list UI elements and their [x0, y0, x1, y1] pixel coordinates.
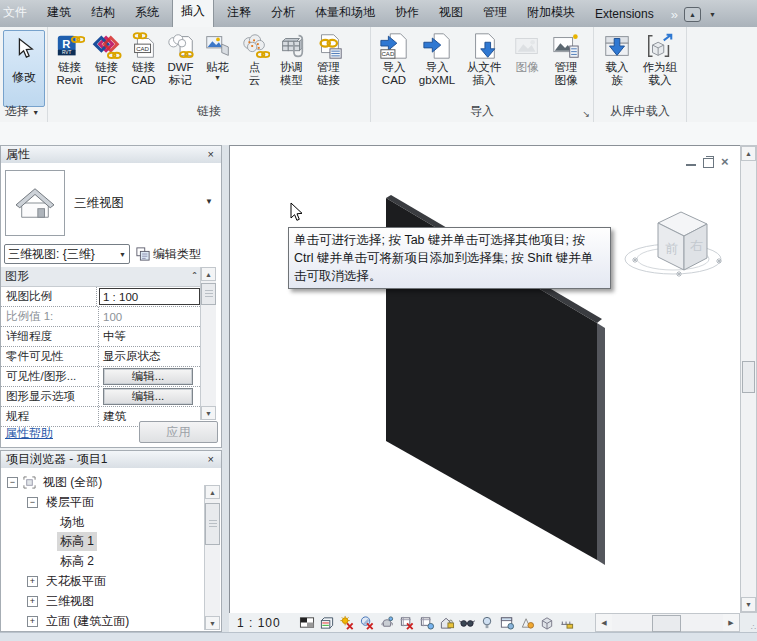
dialog-launcher-icon[interactable]: ↘: [582, 109, 590, 119]
analytical-model-icon[interactable]: [519, 615, 536, 630]
link-revit-button[interactable]: R RVT 链接 Revit: [51, 29, 88, 103]
displacement-sets-icon[interactable]: [539, 615, 556, 630]
detail-level-value[interactable]: 中等: [99, 329, 200, 344]
section-header-graphics[interactable]: 图形 ˆ: [1, 267, 200, 287]
scrollbar-thumb[interactable]: [205, 503, 220, 545]
tab-massing-site[interactable]: 体量和场地: [308, 0, 382, 27]
resize-grip[interactable]: ∴: [740, 613, 757, 634]
scroll-right-icon[interactable]: ▶: [723, 614, 739, 631]
viewcube[interactable]: 前 右: [625, 212, 722, 277]
crop-region-icon[interactable]: [419, 615, 436, 630]
manage-images-button[interactable]: 管理 图像: [546, 29, 586, 103]
ribbon-minimize-dropdown-icon[interactable]: ▼: [709, 11, 716, 18]
manage-links-button[interactable]: 管理 链接: [310, 29, 347, 103]
close-icon[interactable]: ×: [206, 454, 216, 465]
close-icon[interactable]: ×: [206, 149, 216, 160]
dwf-markup-button[interactable]: DWF 标记: [162, 29, 199, 103]
tab-overflow-icon[interactable]: »: [671, 7, 676, 22]
load-family-button[interactable]: 载入 族: [597, 29, 637, 103]
tab-insert[interactable]: 插入: [172, 0, 214, 27]
ribbon-minimize-button[interactable]: ▲: [684, 7, 701, 22]
scrollbar-thumb[interactable]: [201, 283, 216, 305]
tab-view[interactable]: 视图: [432, 0, 470, 27]
crop-view-icon[interactable]: [399, 615, 416, 630]
properties-title-bar[interactable]: 属性 ×: [1, 146, 221, 164]
scroll-up-icon[interactable]: ▲: [741, 146, 756, 161]
view-scale-button[interactable]: 1 : 100: [237, 616, 299, 630]
edit-type-button[interactable]: 编辑类型: [136, 246, 201, 263]
drawing-area[interactable]: 前 右 × 单击可进行选择; 按 Tab 键并单击可选择其他项目; 按 Ctrl…: [229, 145, 740, 613]
parts-visibility-value[interactable]: 显示原状态: [99, 349, 200, 364]
vertical-scrollbar[interactable]: ▲ ▼: [740, 145, 757, 613]
viewcube-front-face-label[interactable]: 前: [665, 241, 678, 256]
type-preview[interactable]: [5, 170, 65, 236]
insert-from-file-button[interactable]: 从文件 插入: [460, 29, 508, 103]
scroll-up-icon[interactable]: ▲: [201, 267, 216, 281]
coordination-model-button[interactable]: 协调 模型: [273, 29, 310, 103]
reveal-hidden-elements-icon[interactable]: [479, 615, 496, 630]
tab-annotate[interactable]: 注释: [220, 0, 258, 27]
view-scale-input[interactable]: 1 : 100: [99, 288, 200, 305]
minimize-window-icon[interactable]: [686, 161, 696, 166]
tab-collaborate[interactable]: 协作: [388, 0, 426, 27]
scrollbar-track[interactable]: [612, 614, 723, 631]
show-constraints-icon[interactable]: [559, 615, 576, 630]
scrollbar-thumb[interactable]: [742, 361, 755, 393]
tree-item-level-2[interactable]: 标高 2: [57, 552, 97, 570]
tree-collapse-icon[interactable]: −: [7, 477, 18, 488]
import-cad-button[interactable]: CAD 导入 CAD: [374, 29, 414, 103]
graphic-display-options-edit-button[interactable]: 编辑...: [103, 388, 193, 405]
sun-path-icon[interactable]: [339, 615, 356, 630]
tab-manage[interactable]: 管理: [476, 0, 514, 27]
locked-3d-view-icon[interactable]: [439, 615, 456, 630]
scrollbar-thumb[interactable]: [652, 615, 681, 632]
point-cloud-button[interactable]: 点 云: [236, 29, 273, 103]
restore-window-icon[interactable]: [703, 158, 714, 168]
modify-button[interactable]: 修改: [3, 30, 45, 107]
link-ifc-button[interactable]: 链接 IFC: [88, 29, 125, 103]
tree-item-site[interactable]: 场地: [57, 513, 87, 531]
visibility-graphics-edit-button[interactable]: 编辑...: [103, 368, 193, 385]
load-as-group-button[interactable]: 作为组 载入: [637, 29, 683, 103]
temporary-hide-isolate-icon[interactable]: [459, 615, 476, 630]
type-selector-combobox[interactable]: 三维视图: {三维} ▼: [4, 244, 130, 264]
property-grid-scrollbar[interactable]: ▲ ▼: [200, 267, 216, 420]
tree-expand-icon[interactable]: +: [27, 616, 38, 627]
apply-button[interactable]: 应用: [139, 421, 218, 443]
scroll-left-icon[interactable]: ◀: [596, 614, 612, 631]
visual-style-icon[interactable]: [319, 615, 336, 630]
tree-item-elevations[interactable]: + 立面 (建筑立面): [27, 612, 132, 630]
scroll-down-icon[interactable]: ▼: [201, 406, 216, 420]
tree-item-floor-plans[interactable]: − 楼层平面: [27, 493, 97, 511]
tab-addins[interactable]: 附加模块: [520, 0, 582, 27]
decal-button[interactable]: 贴花 ▼: [199, 29, 236, 103]
tab-architecture[interactable]: 建筑: [40, 0, 78, 27]
tab-file[interactable]: 文件: [0, 0, 34, 27]
scroll-down-icon[interactable]: ▼: [741, 597, 756, 612]
horizontal-scrollbar[interactable]: ◀ ▶: [595, 613, 740, 632]
properties-help-link[interactable]: 属性帮助: [5, 425, 53, 442]
shadows-icon[interactable]: [359, 615, 376, 630]
scroll-down-icon[interactable]: ▼: [205, 616, 220, 630]
close-window-icon[interactable]: ×: [721, 156, 729, 168]
tree-scrollbar[interactable]: ▲ ▼: [204, 485, 220, 630]
tree-item-views-all[interactable]: − 视图 (全部): [7, 473, 105, 491]
import-gbxml-button[interactable]: 导入 gbXML: [414, 29, 460, 103]
rendering-dialog-icon[interactable]: [379, 615, 396, 630]
tree-item-3d-views[interactable]: + 三维视图: [27, 592, 97, 610]
tab-structure[interactable]: 结构: [84, 0, 122, 27]
project-browser-title-bar[interactable]: 项目浏览器 - 项目1 ×: [1, 451, 221, 469]
tab-analyze[interactable]: 分析: [264, 0, 302, 27]
detail-level-icon[interactable]: [299, 615, 316, 630]
tree-item-level-1[interactable]: 标高 1: [57, 532, 97, 550]
tree-expand-icon[interactable]: +: [27, 576, 38, 587]
select-dropdown[interactable]: 选择 ▼: [0, 103, 47, 120]
collapse-section-icon[interactable]: ˆ: [193, 271, 196, 282]
tab-systems[interactable]: 系统: [128, 0, 166, 27]
viewcube-right-face-label[interactable]: 右: [690, 238, 703, 253]
temporary-view-properties-icon[interactable]: [499, 615, 516, 630]
tree-expand-icon[interactable]: +: [27, 596, 38, 607]
scroll-up-icon[interactable]: ▲: [205, 485, 220, 499]
chevron-down-icon[interactable]: ▼: [205, 197, 213, 206]
link-cad-button[interactable]: CAD 链接 CAD: [125, 29, 162, 103]
